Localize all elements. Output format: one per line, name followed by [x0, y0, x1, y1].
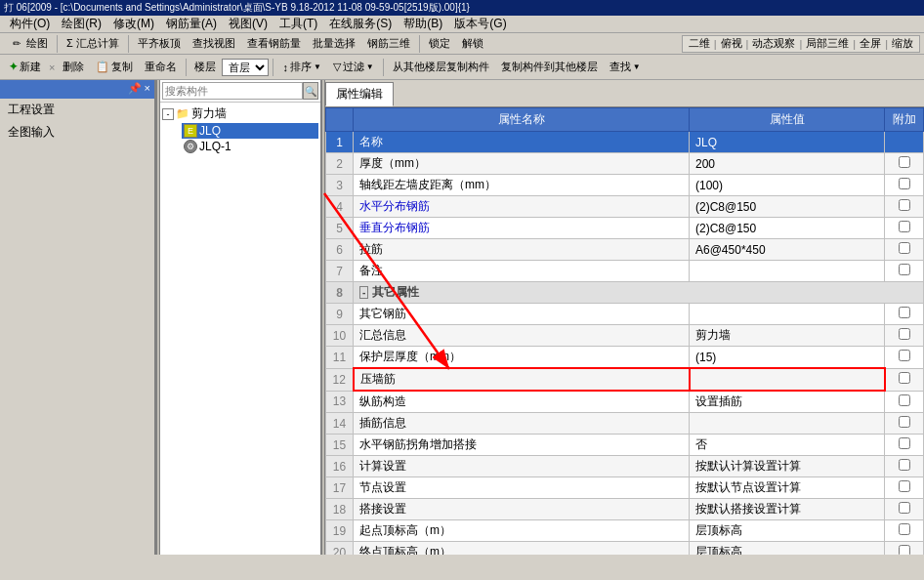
row-prop-value[interactable]: 剪力墙	[690, 325, 885, 347]
row-checkbox[interactable]	[899, 242, 910, 254]
property-table-scroll[interactable]: 属性名称 属性值 附加 1名称JLQ2厚度（mm）2003轴线距左墙皮距离（mm…	[325, 107, 924, 555]
btn-unlock[interactable]: 解锁	[457, 34, 488, 53]
panel-controls[interactable]: 📌 ×	[128, 82, 150, 97]
row-prop-value[interactable]: 按默认节点设置计算	[690, 477, 885, 499]
row-checkbox[interactable]	[899, 394, 910, 406]
nav-full-input[interactable]: 全图输入	[0, 121, 154, 144]
btn-rename[interactable]: 重命名	[140, 58, 182, 76]
menu-component[interactable]: 构件(O)	[4, 15, 56, 33]
row-checkbox[interactable]	[899, 328, 910, 340]
btn-sort[interactable]: ↕ 排序 ▼	[277, 58, 325, 76]
row-prop-value[interactable]: 按默认搭接设置计算	[690, 499, 885, 520]
btn-partial3d[interactable]: 局部三维	[806, 36, 849, 51]
menu-version[interactable]: 版本号(G)	[448, 15, 512, 33]
row-checkbox-cell[interactable]	[885, 218, 924, 239]
row-checkbox-cell[interactable]	[885, 391, 924, 413]
btn-rebar3d[interactable]: 钢筋三维	[362, 34, 415, 53]
btn-align[interactable]: 平齐板顶	[133, 34, 186, 53]
menu-tools[interactable]: 工具(T)	[273, 15, 323, 33]
btn-2d[interactable]: 二维	[689, 36, 710, 51]
btn-viewrebar[interactable]: 查看钢筋量	[242, 34, 306, 53]
btn-fullscreen[interactable]: 全屏	[860, 36, 881, 51]
btn-zoom[interactable]: 缩放	[892, 36, 913, 51]
row-checkbox[interactable]	[899, 178, 910, 189]
row-checkbox-cell[interactable]	[885, 132, 924, 153]
row-prop-value[interactable]: 层顶标高	[690, 542, 885, 556]
row-checkbox[interactable]	[899, 199, 910, 211]
row-prop-value[interactable]: (100)	[690, 175, 885, 196]
row-checkbox[interactable]	[899, 502, 910, 514]
row-prop-value[interactable]: 200	[690, 153, 885, 175]
row-checkbox[interactable]	[899, 372, 910, 384]
row-checkbox[interactable]	[899, 350, 910, 361]
row-checkbox-cell[interactable]	[885, 413, 924, 435]
row-prop-value[interactable]	[690, 261, 885, 282]
row-checkbox[interactable]	[899, 156, 910, 168]
btn-copy-from-floor[interactable]: 从其他楼层复制构件	[388, 58, 494, 76]
row-checkbox-cell[interactable]	[885, 175, 924, 196]
nav-project-settings[interactable]: 工程设置	[0, 99, 154, 121]
btn-findview[interactable]: 查找视图	[188, 34, 240, 53]
btn-delete[interactable]: 删除	[58, 58, 89, 76]
row-checkbox[interactable]	[899, 545, 910, 555]
search-button[interactable]: 🔍	[303, 82, 318, 100]
row-checkbox-cell[interactable]	[885, 542, 924, 556]
row-checkbox-cell[interactable]	[885, 368, 924, 391]
menu-rebar[interactable]: 钢筋量(A)	[160, 15, 223, 33]
row-checkbox-cell[interactable]	[885, 153, 924, 175]
row-checkbox[interactable]	[899, 437, 910, 449]
row-checkbox-cell[interactable]	[885, 347, 924, 369]
row-prop-value[interactable]: 否	[690, 435, 885, 456]
row-checkbox-cell[interactable]	[885, 196, 924, 218]
row-prop-value[interactable]: A6@450*450	[690, 239, 885, 261]
row-checkbox-cell[interactable]	[885, 435, 924, 456]
row-prop-value[interactable]: 按默认计算设置计算	[690, 456, 885, 477]
menu-modify[interactable]: 修改(M)	[107, 15, 160, 33]
row-prop-value[interactable]	[690, 304, 885, 325]
tree-expand-icon[interactable]: -	[162, 108, 174, 120]
row-checkbox[interactable]	[899, 416, 910, 428]
row-prop-value[interactable]: (15)	[690, 347, 885, 369]
btn-find[interactable]: 查找 ▼	[605, 58, 646, 76]
row-prop-value[interactable]: 层顶标高	[690, 520, 885, 542]
row-checkbox-cell[interactable]	[885, 520, 924, 542]
row-prop-value[interactable]: (2)C8@150	[690, 218, 885, 239]
menu-online[interactable]: 在线服务(S)	[323, 15, 398, 33]
tree-child-node[interactable]: ⚙ JLQ-1	[182, 139, 318, 154]
btn-filter[interactable]: ▽ 过滤 ▼	[328, 58, 379, 76]
tree-selected-node[interactable]: E JLQ	[182, 123, 318, 139]
btn-draw[interactable]: ✏ 绘图	[4, 34, 53, 54]
row-checkbox[interactable]	[899, 221, 910, 232]
btn-orbit[interactable]: 动态观察	[752, 36, 795, 51]
tab-property-editor[interactable]: 属性编辑	[325, 82, 394, 106]
row-prop-value[interactable]: 设置插筋	[690, 391, 885, 413]
search-input[interactable]	[162, 82, 303, 100]
row-checkbox[interactable]	[899, 264, 910, 275]
floor-select[interactable]: 首层	[222, 59, 269, 76]
btn-sum[interactable]: Σ 汇总计算	[62, 34, 124, 53]
row-prop-value[interactable]: JLQ	[690, 132, 885, 153]
row-checkbox[interactable]	[899, 480, 910, 492]
btn-copy-to-floor[interactable]: 复制构件到其他楼层	[496, 58, 603, 76]
row-checkbox[interactable]	[899, 523, 910, 535]
row-checkbox-cell[interactable]	[885, 499, 924, 520]
menu-help[interactable]: 帮助(B)	[398, 15, 448, 33]
row-checkbox-cell[interactable]	[885, 325, 924, 347]
btn-lock[interactable]: 锁定	[424, 34, 455, 53]
btn-topview[interactable]: 俯视	[721, 36, 742, 51]
btn-new[interactable]: ✦ 新建	[4, 58, 46, 76]
row-checkbox[interactable]	[899, 459, 910, 471]
row-prop-value[interactable]	[690, 413, 885, 435]
btn-copy[interactable]: 📋 复制	[91, 58, 138, 76]
row-prop-value[interactable]: (2)C8@150	[690, 196, 885, 218]
row-checkbox[interactable]	[899, 307, 910, 318]
btn-batchselect[interactable]: 批量选择	[308, 34, 360, 53]
row-prop-value[interactable]	[690, 368, 885, 391]
row-checkbox-cell[interactable]	[885, 261, 924, 282]
row-checkbox-cell[interactable]	[885, 477, 924, 499]
row-checkbox-cell[interactable]	[885, 239, 924, 261]
menu-draw[interactable]: 绘图(R)	[56, 15, 107, 33]
menu-view[interactable]: 视图(V)	[223, 15, 273, 33]
tree-root-node[interactable]: - 📁 剪力墙	[162, 104, 318, 123]
row-checkbox-cell[interactable]	[885, 304, 924, 325]
